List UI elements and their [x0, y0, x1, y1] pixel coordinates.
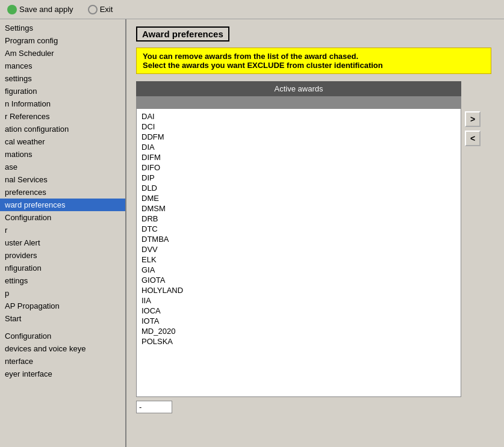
sidebar-item-award-preferences[interactable]: ward preferences: [0, 199, 125, 211]
award-item[interactable]: DIFO: [140, 162, 457, 173]
save-and-apply-button[interactable]: Save and apply: [5, 4, 76, 16]
sidebar-item-ap-propagation[interactable]: AP Propagation: [0, 300, 125, 312]
award-item[interactable]: DMSM: [140, 203, 457, 214]
award-item[interactable]: DRB: [140, 214, 457, 224]
sidebar-item-settings2[interactable]: settings: [0, 72, 125, 85]
award-item[interactable]: DTMBA: [140, 234, 457, 244]
sidebar-item-mations[interactable]: mations: [0, 148, 125, 161]
warning-box: You can remove awards from the list of t…: [136, 48, 491, 74]
arrow-right-button[interactable]: >: [465, 111, 481, 127]
awards-header: Active awards: [136, 81, 461, 96]
exit-icon: [88, 5, 98, 14]
award-item[interactable]: IIA: [140, 295, 457, 306]
sidebar-item-references[interactable]: r References: [0, 110, 125, 123]
sidebar-item-providers[interactable]: providers: [0, 249, 125, 262]
sidebar-item-settings[interactable]: Settings: [0, 22, 125, 34]
arrow-left-button[interactable]: <: [465, 131, 481, 146]
sidebar: SettingsProgram configAm Schedulermances…: [0, 19, 126, 447]
content-area: Award preferences You can remove awards …: [126, 19, 504, 447]
sidebar-item-program-config[interactable]: Program config: [0, 34, 125, 47]
awards-list[interactable]: DAIDCIDDFMDIADIFMDIFODIPDLDDMEDMSMDRBDTC…: [136, 108, 461, 397]
section-title: Award preferences: [136, 26, 229, 42]
award-item[interactable]: DDFM: [140, 132, 457, 142]
award-item[interactable]: DIP: [140, 173, 457, 183]
sidebar-item-am-scheduler[interactable]: Am Scheduler: [0, 47, 125, 60]
sidebar-item-start[interactable]: Start: [0, 312, 125, 325]
save-icon: [7, 5, 17, 14]
sidebar-item-uster-alert[interactable]: uster Alert: [0, 236, 125, 249]
sidebar-item-p[interactable]: p: [0, 287, 125, 300]
award-item[interactable]: DIA: [140, 142, 457, 152]
sidebar-item-r[interactable]: r: [0, 224, 125, 236]
arrow-buttons: > <: [465, 81, 481, 146]
main-layout: SettingsProgram configAm Schedulermances…: [0, 19, 504, 447]
awards-panel: Active awards DAIDCIDDFMDIADIFMDIFODIPDL…: [136, 81, 461, 413]
bottom-input[interactable]: [136, 401, 172, 413]
sidebar-item-nal-services[interactable]: nal Services: [0, 173, 125, 186]
award-item[interactable]: GIOTA: [140, 275, 457, 285]
awards-subheader: [136, 96, 461, 108]
awards-container: Active awards DAIDCIDDFMDIADIFMDIFODIPDL…: [136, 81, 494, 413]
sidebar-item-nfiguration[interactable]: nfiguration: [0, 262, 125, 274]
bottom-input-row: [136, 401, 461, 413]
award-item[interactable]: ELK: [140, 254, 457, 265]
sidebar-item-nterface[interactable]: nterface: [0, 355, 125, 368]
sidebar-item-ettings[interactable]: ettings: [0, 274, 125, 287]
save-label: Save and apply: [19, 5, 73, 14]
sidebar-divider: [0, 325, 125, 330]
sidebar-item-configuration[interactable]: Configuration: [0, 211, 125, 224]
sidebar-item-mances[interactable]: mances: [0, 60, 125, 72]
sidebar-item-ation-configuration[interactable]: ation configuration: [0, 123, 125, 135]
award-item[interactable]: DTC: [140, 224, 457, 234]
award-item[interactable]: MD_2020: [140, 326, 457, 336]
sidebar-item-cal-weather[interactable]: cal weather: [0, 135, 125, 148]
award-item[interactable]: DLD: [140, 183, 457, 193]
award-item[interactable]: IOCA: [140, 306, 457, 316]
sidebar-item-preferences[interactable]: preferences: [0, 186, 125, 199]
award-item[interactable]: DVV: [140, 244, 457, 254]
sidebar-item-n-information[interactable]: n Information: [0, 97, 125, 110]
toolbar: Save and apply Exit: [0, 0, 504, 19]
award-item[interactable]: DIFM: [140, 152, 457, 162]
award-item[interactable]: GIA: [140, 265, 457, 275]
sidebar-item-eyer-interface[interactable]: eyer interface: [0, 368, 125, 380]
sidebar-item-ase[interactable]: ase: [0, 161, 125, 173]
sidebar-item-figuration[interactable]: figuration: [0, 85, 125, 97]
exit-button[interactable]: Exit: [86, 4, 116, 16]
warning-text: You can remove awards from the list of t…: [143, 52, 383, 70]
exit-label: Exit: [100, 5, 113, 14]
award-item[interactable]: POLSKA: [140, 336, 457, 347]
award-item[interactable]: IOTA: [140, 316, 457, 326]
sidebar-item-configuration2[interactable]: Configuration: [0, 330, 125, 342]
award-item[interactable]: HOLYLAND: [140, 285, 457, 295]
award-item[interactable]: DAI: [140, 111, 457, 122]
award-item[interactable]: DME: [140, 193, 457, 203]
award-item[interactable]: DCI: [140, 122, 457, 132]
sidebar-item-devices-and-voice-keye[interactable]: devices and voice keye: [0, 342, 125, 355]
